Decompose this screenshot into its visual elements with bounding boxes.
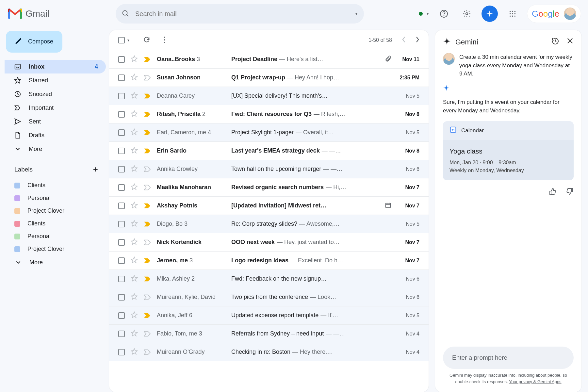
nav-item-snoozed[interactable]: Snoozed — [5, 87, 106, 101]
row-checkbox[interactable] — [118, 166, 125, 172]
settings-button[interactable] — [459, 6, 475, 22]
star-button[interactable] — [131, 330, 138, 338]
star-button[interactable] — [131, 165, 138, 173]
row-checkbox[interactable] — [118, 239, 125, 246]
star-button[interactable] — [131, 202, 138, 210]
gemini-button[interactable] — [482, 6, 498, 22]
important-marker[interactable] — [144, 111, 151, 117]
row-checkbox[interactable] — [118, 221, 125, 227]
nav-item-inbox[interactable]: Inbox 4 — [5, 60, 106, 74]
compose-button[interactable]: Compose — [6, 31, 62, 53]
row-checkbox[interactable] — [118, 349, 125, 355]
important-marker[interactable] — [144, 185, 151, 190]
close-button[interactable] — [566, 37, 574, 47]
important-marker[interactable] — [144, 130, 151, 136]
row-checkbox[interactable] — [118, 331, 125, 337]
label-item[interactable]: Project Clover — [5, 204, 106, 217]
email-row[interactable]: Maalika Manoharan Revised organic search… — [109, 178, 429, 197]
important-marker[interactable] — [144, 166, 151, 172]
email-row[interactable]: Deanna Carey [UX] Special delivery! This… — [109, 87, 429, 105]
email-row[interactable]: Earl, Cameron, me 4 Project Skylight 1-p… — [109, 123, 429, 142]
star-button[interactable] — [131, 238, 138, 246]
nav-item-drafts[interactable]: Drafts — [5, 128, 106, 142]
row-checkbox[interactable] — [118, 56, 125, 63]
email-row[interactable]: Diogo, Bo 3 Re: Corp strategy slides? — … — [109, 215, 429, 233]
star-button[interactable] — [131, 311, 138, 319]
important-marker[interactable] — [144, 148, 151, 154]
next-page-button[interactable] — [416, 36, 419, 44]
email-row[interactable]: Oana..Brooks 3 Project Deadline — Here's… — [109, 50, 429, 69]
search-input[interactable] — [135, 10, 349, 18]
important-marker[interactable] — [144, 221, 151, 227]
nav-item-sent[interactable]: Sent — [5, 115, 106, 128]
email-row[interactable]: Annika Crowley Town hall on the upcoming… — [109, 160, 429, 178]
user-avatar[interactable] — [564, 8, 576, 20]
important-marker[interactable] — [144, 75, 151, 81]
email-row[interactable]: Akshay Potnis [Updated invitation] Midwe… — [109, 197, 429, 215]
row-checkbox[interactable] — [118, 294, 125, 301]
star-button[interactable] — [131, 275, 138, 283]
calendar-card-header[interactable]: 31 Calendar — [443, 121, 574, 140]
row-checkbox[interactable] — [118, 111, 125, 118]
logo-area[interactable]: Gmail — [8, 8, 109, 19]
email-row[interactable]: Annika, Jeff 6 Updated expense report te… — [109, 306, 429, 325]
email-row[interactable]: Mika, Ashley 2 Fwd: Feedback on the new … — [109, 270, 429, 288]
important-marker[interactable] — [144, 239, 151, 245]
star-button[interactable] — [131, 110, 138, 118]
thumbs-up-button[interactable] — [549, 188, 557, 198]
row-checkbox[interactable] — [118, 276, 125, 282]
search-bar[interactable]: ▼ — [116, 4, 364, 24]
status-indicator[interactable]: ▼ — [419, 12, 429, 16]
prev-page-button[interactable] — [402, 36, 406, 44]
select-all-checkbox[interactable]: ▼ — [118, 37, 130, 43]
row-checkbox[interactable] — [118, 203, 125, 209]
nav-item-more[interactable]: More — [5, 142, 106, 156]
star-button[interactable] — [131, 183, 138, 191]
important-marker[interactable] — [144, 57, 151, 62]
search-options-icon[interactable]: ▼ — [355, 12, 358, 16]
labels-more[interactable]: More — [5, 255, 106, 269]
thumbs-down-button[interactable] — [566, 188, 574, 198]
label-item[interactable]: Clients — [5, 179, 106, 192]
apps-button[interactable] — [504, 6, 521, 22]
star-button[interactable] — [131, 128, 138, 137]
important-marker[interactable] — [144, 349, 151, 355]
row-checkbox[interactable] — [118, 93, 125, 99]
refresh-button[interactable] — [143, 36, 150, 44]
important-marker[interactable] — [144, 313, 151, 318]
important-marker[interactable] — [144, 258, 151, 264]
star-button[interactable] — [131, 293, 138, 301]
label-item[interactable]: Clients — [5, 217, 106, 230]
star-button[interactable] — [131, 147, 138, 155]
add-label-button[interactable]: + — [93, 164, 98, 174]
email-row[interactable]: Muireann O'Grady Checking in re: Boston … — [109, 343, 429, 361]
star-button[interactable] — [131, 256, 138, 265]
email-row[interactable]: Nick Kortendick OOO next week — Hey, jus… — [109, 233, 429, 252]
star-button[interactable] — [131, 74, 138, 82]
email-row[interactable]: Jeroen, me 3 Logo redesign ideas — Excel… — [109, 252, 429, 270]
help-button[interactable] — [436, 6, 452, 22]
row-checkbox[interactable] — [118, 129, 125, 136]
calendar-card[interactable]: Yoga class Mon, Jan 20 · 9:00 – 9:30am W… — [443, 140, 574, 181]
important-marker[interactable] — [144, 331, 151, 337]
label-item[interactable]: Project Clover — [5, 243, 106, 255]
star-button[interactable] — [131, 92, 138, 100]
google-account-chip[interactable]: Google — [527, 5, 581, 23]
email-row[interactable]: Ritesh, Priscilla 2 Fwd: Client resource… — [109, 105, 429, 123]
label-item[interactable]: Personal — [5, 230, 106, 243]
important-marker[interactable] — [144, 203, 151, 209]
star-button[interactable] — [131, 348, 138, 356]
email-row[interactable]: Fabio, Tom, me 3 Referrals from Sydney –… — [109, 325, 429, 343]
prompt-input[interactable]: Enter a prompt here — [443, 347, 574, 369]
star-button[interactable] — [131, 55, 138, 63]
row-checkbox[interactable] — [118, 148, 125, 154]
important-marker[interactable] — [144, 93, 151, 99]
row-checkbox[interactable] — [118, 74, 125, 81]
important-marker[interactable] — [144, 294, 151, 300]
history-button[interactable] — [551, 37, 559, 47]
row-checkbox[interactable] — [118, 312, 125, 319]
nav-item-important[interactable]: Important — [5, 101, 106, 115]
label-item[interactable]: Personal — [5, 192, 106, 204]
email-row[interactable]: Susan Johnson Q1 Project wrap-up — Hey A… — [109, 69, 429, 87]
email-row[interactable]: Muireann, Kylie, David Two pics from the… — [109, 288, 429, 306]
